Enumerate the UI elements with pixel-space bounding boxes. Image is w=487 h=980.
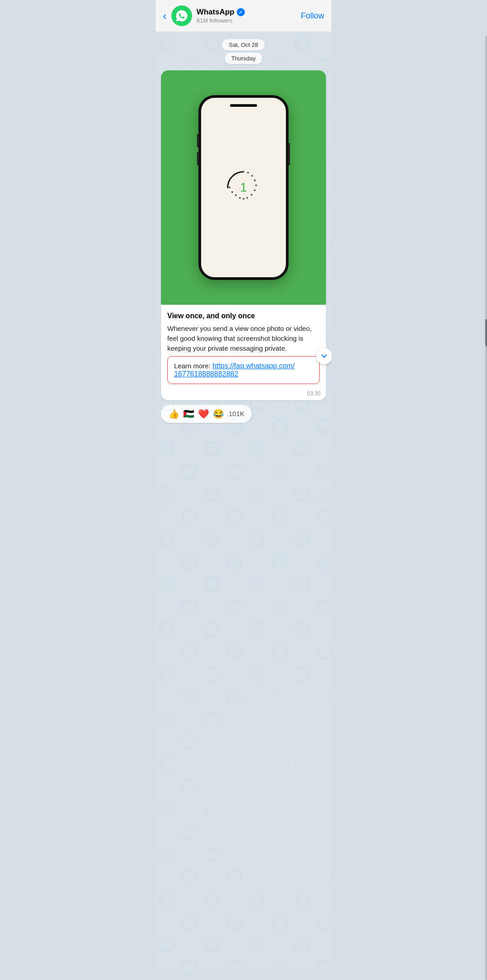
followers-count: 61M followers	[197, 17, 301, 24]
back-button[interactable]: ‹	[163, 10, 167, 22]
svg-point-7	[246, 197, 248, 199]
message-card: 1 View once, and only once Whenever you …	[161, 70, 326, 400]
message-timestamp: 03:30	[307, 390, 321, 397]
link-card[interactable]: Learn more: https://faq.whatsapp.com/167…	[167, 356, 320, 384]
reactions-count: 101K	[229, 410, 244, 417]
phone-mockup: 1	[198, 95, 289, 280]
whatsapp-logo-icon	[175, 9, 188, 23]
date-badge: Sat, Oct 28	[222, 39, 264, 50]
view-once-number: 1	[240, 181, 247, 194]
message-meta: 03:30	[161, 390, 326, 400]
svg-point-2	[251, 175, 253, 177]
reaction-heart[interactable]: ❤️	[198, 408, 209, 419]
svg-point-10	[235, 194, 237, 196]
day-badge: Thursday	[225, 53, 262, 64]
scroll-down-button[interactable]	[316, 348, 331, 364]
channel-header: ‹ WhatsApp ✓ 61M followers Follow	[156, 0, 331, 32]
follow-button[interactable]: Follow	[301, 11, 324, 21]
channel-name-label: WhatsApp	[197, 8, 234, 17]
link-url2: 1677618888882882	[174, 370, 238, 378]
reactions-bar: 👍 🇵🇸 ❤️ 😂 101K	[161, 405, 252, 423]
date-separator: Sat, Oct 28 Thursday	[161, 39, 326, 64]
svg-point-0	[243, 171, 244, 173]
verified-badge: ✓	[237, 8, 245, 16]
svg-point-6	[251, 194, 253, 196]
chevron-down-icon	[320, 352, 329, 361]
reaction-thumbsup[interactable]: 👍	[168, 408, 179, 419]
message-media: 1	[161, 70, 326, 305]
verified-check-icon: ✓	[239, 9, 243, 15]
svg-point-5	[254, 189, 256, 191]
phone-right-btn	[288, 143, 290, 165]
svg-point-4	[255, 184, 257, 186]
message-title: View once, and only once	[167, 311, 320, 321]
svg-point-1	[247, 172, 249, 174]
reactions-container: 👍 🇵🇸 ❤️ 😂 101K	[161, 402, 326, 423]
channel-logo	[171, 5, 192, 26]
svg-point-11	[231, 191, 233, 193]
view-once-indicator: 1	[223, 167, 264, 208]
message-container: 1 View once, and only once Whenever you …	[161, 70, 326, 400]
chat-background: Sat, Oct 28 Thursday	[156, 32, 331, 976]
phone-side-btn1	[197, 134, 199, 147]
link-prefix: Learn more:	[174, 362, 212, 370]
svg-point-9	[239, 197, 241, 199]
reaction-flag[interactable]: 🇵🇸	[183, 408, 194, 419]
svg-point-8	[243, 198, 244, 200]
message-body: Whenever you send a view once photo or v…	[167, 324, 320, 353]
channel-name-row: WhatsApp ✓	[197, 8, 301, 17]
svg-point-3	[254, 179, 256, 181]
message-text-area: View once, and only once Whenever you se…	[161, 305, 326, 390]
svg-point-12	[229, 187, 230, 188]
reaction-laugh[interactable]: 😂	[213, 408, 224, 419]
phone-side-btn2	[197, 152, 199, 165]
channel-info: WhatsApp ✓ 61M followers	[197, 8, 301, 24]
